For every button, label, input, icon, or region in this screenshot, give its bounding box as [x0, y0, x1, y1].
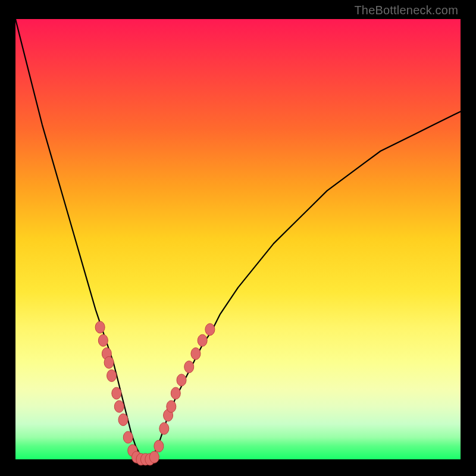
left-marker-5 [107, 369, 117, 381]
curve-svg [15, 19, 461, 459]
right-marker-10 [205, 324, 215, 336]
right-marker-8 [191, 347, 201, 359]
right-marker-2 [159, 422, 169, 434]
left-marker-9 [123, 431, 133, 443]
right-marker-4 [167, 400, 176, 412]
left-marker-2 [98, 334, 108, 346]
right-marker-9 [198, 334, 207, 346]
right-marker-5 [171, 387, 180, 399]
bottom-marker-5 [149, 451, 159, 463]
chart-container: TheBottleneck.com [0, 0, 476, 476]
left-marker-7 [114, 400, 124, 412]
plot-area [15, 19, 461, 459]
left-marker-4 [104, 356, 114, 368]
bottleneck-curve [15, 19, 461, 459]
left-marker-1 [95, 321, 105, 333]
left-marker-8 [118, 414, 128, 425]
left-marker-6 [112, 387, 121, 399]
right-marker-1 [154, 440, 164, 452]
right-marker-6 [177, 374, 186, 386]
right-marker-7 [184, 361, 194, 373]
watermark-text: TheBottleneck.com [354, 4, 458, 17]
